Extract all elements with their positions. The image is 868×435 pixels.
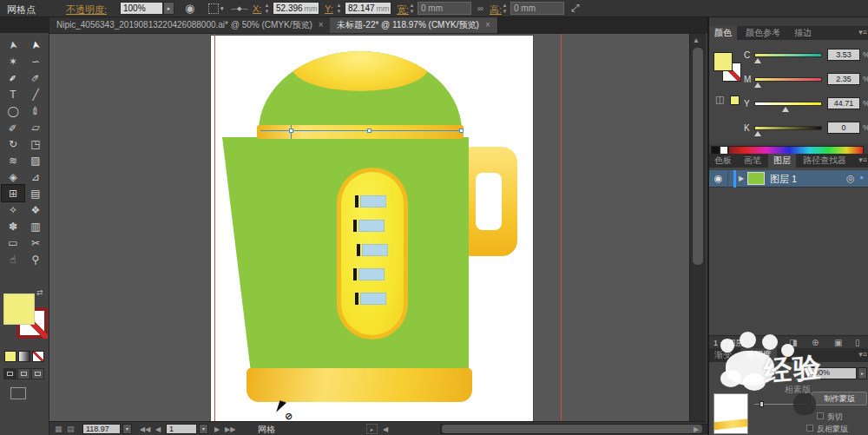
- panel-menu-icon[interactable]: ▾≡: [858, 350, 867, 359]
- new-sublayer-icon[interactable]: ⊕: [812, 338, 819, 347]
- width-field[interactable]: 0 mm: [418, 2, 471, 15]
- none-mode-button[interactable]: [32, 351, 44, 362]
- yellow-slider[interactable]: [754, 102, 822, 106]
- symbol-sprayer-tool[interactable]: ✽: [2, 218, 24, 234]
- opacity-field[interactable]: 100%: [120, 2, 163, 15]
- screen-mode-button[interactable]: [10, 387, 26, 399]
- cyan-value[interactable]: 3.53: [827, 49, 860, 61]
- magenta-slider[interactable]: [754, 77, 822, 82]
- vertical-scrollbar[interactable]: ▲: [689, 34, 706, 421]
- magic-wand-tool[interactable]: ✶: [2, 53, 24, 69]
- gauge-window[interactable]: [358, 268, 385, 280]
- status-mini-icon-1[interactable]: ▦: [55, 425, 62, 433]
- swap-fill-stroke-icon[interactable]: ⇄: [36, 288, 43, 297]
- transparency-object-thumbnail[interactable]: [713, 393, 748, 434]
- kettle-collar-band[interactable]: [257, 125, 464, 139]
- canvas-area[interactable]: ⊘ ▲: [49, 33, 706, 421]
- draw-normal-button[interactable]: [3, 368, 16, 379]
- guide-line-right[interactable]: [561, 34, 562, 421]
- artboard-dropdown[interactable]: ▾: [199, 424, 208, 434]
- fill-color-swatch[interactable]: [3, 293, 35, 325]
- yellow-value[interactable]: 44.71: [827, 97, 860, 109]
- cyan-slider-thumb[interactable]: [754, 58, 761, 63]
- clip-checkbox[interactable]: [817, 412, 824, 419]
- closest-color-swatch[interactable]: [730, 96, 740, 105]
- gauge-window[interactable]: [360, 195, 386, 208]
- transparency-slider-thumb[interactable]: [760, 401, 764, 407]
- panel-menu-icon[interactable]: ▾≡: [858, 28, 867, 36]
- link-dimensions-icon[interactable]: ∞: [477, 3, 483, 13]
- select-similar-icon[interactable]: [208, 3, 219, 14]
- pen-tool[interactable]: ✒: [2, 69, 24, 86]
- graph-tool[interactable]: ▥: [24, 218, 47, 234]
- horizontal-scrollbar-thumb[interactable]: [442, 425, 702, 433]
- tab-gradient[interactable]: 渐变: [709, 348, 737, 362]
- pencil-tool[interactable]: ✏: [2, 119, 24, 135]
- lasso-tool[interactable]: ∽: [24, 53, 47, 69]
- x-field[interactable]: 52.396mm: [273, 2, 319, 15]
- eraser-tool[interactable]: ▱: [24, 119, 47, 135]
- y-stepper[interactable]: ▲▼: [335, 3, 343, 15]
- magenta-slider-thumb[interactable]: [754, 82, 761, 88]
- select-similar-arrow[interactable]: ▾: [220, 5, 224, 12]
- artboard-first-button[interactable]: ◀◀: [140, 425, 150, 433]
- gauge-window[interactable]: [358, 220, 385, 232]
- layer-target-icon[interactable]: ◎: [846, 173, 855, 184]
- rotate-tool[interactable]: ↻: [2, 135, 24, 152]
- width-stepper[interactable]: ▲▼: [408, 3, 416, 15]
- hand-tool[interactable]: ☝: [2, 251, 24, 267]
- out-of-gamut-cube-icon[interactable]: ◫: [715, 94, 724, 105]
- status-mini-icon-2[interactable]: ▤: [67, 425, 75, 433]
- tab-pathfinder[interactable]: 路径查找器: [798, 154, 852, 168]
- draw-behind-button[interactable]: [17, 368, 30, 379]
- perspective-grid-tool[interactable]: ⊿: [24, 168, 47, 185]
- gradient-mode-button[interactable]: [18, 351, 30, 362]
- draw-inside-button[interactable]: [31, 368, 44, 379]
- eyedropper-tool[interactable]: ✧: [2, 201, 24, 218]
- document-tab-1-close-icon[interactable]: ×: [319, 20, 324, 30]
- x-stepper[interactable]: ▲▼: [263, 3, 271, 15]
- tab-swatches[interactable]: 色板: [709, 154, 737, 168]
- scale-tool[interactable]: ◳: [24, 135, 47, 152]
- tab-brushes[interactable]: 画笔: [739, 154, 766, 168]
- document-tab-1[interactable]: Nipic_4056343_20190813220426088000.ai* @…: [49, 17, 332, 33]
- tab-stroke[interactable]: 描边: [789, 26, 817, 40]
- kettle-base[interactable]: [247, 368, 472, 402]
- make-mask-button[interactable]: 制作蒙版: [812, 392, 867, 405]
- layer-selected-icon[interactable]: ▪: [860, 172, 864, 182]
- artboard-number-field[interactable]: 1: [166, 424, 197, 434]
- recolor-artwork-icon[interactable]: ◉: [185, 2, 194, 15]
- tab-transparency[interactable]: 透明度: [740, 348, 777, 362]
- scroll-right-icon[interactable]: ▶: [694, 425, 699, 433]
- locate-object-icon[interactable]: ⌕: [766, 338, 772, 348]
- type-tool[interactable]: T: [2, 86, 24, 102]
- height-label[interactable]: 高:: [490, 3, 502, 16]
- layer-name[interactable]: 图层 1: [770, 173, 797, 186]
- zoom-level-field[interactable]: 118.97: [82, 424, 121, 434]
- slice-tool[interactable]: ✂: [24, 234, 47, 251]
- y-field[interactable]: 82.147mm: [345, 2, 391, 15]
- artboard-last-button[interactable]: ▶▶: [225, 425, 235, 433]
- height-field[interactable]: 0 mm: [510, 2, 564, 15]
- black-slider[interactable]: [754, 126, 822, 130]
- transparency-opacity-dropdown[interactable]: ▸: [858, 367, 867, 379]
- document-tab-2[interactable]: 未标题-22* @ 118.97% (CMYK/预览)×: [330, 17, 498, 33]
- zoom-tool[interactable]: ⚲: [24, 251, 47, 267]
- invert-mask-checkbox[interactable]: [806, 425, 813, 432]
- tab-color-guide[interactable]: 颜色参考: [740, 26, 786, 40]
- color-mode-button[interactable]: [4, 351, 16, 362]
- zoom-dropdown[interactable]: ▾: [122, 424, 132, 434]
- tab-color[interactable]: 颜色: [709, 26, 737, 40]
- shape-tool[interactable]: ◯: [2, 102, 24, 119]
- opacity-label[interactable]: 不透明度:: [66, 3, 107, 16]
- scroll-up-icon[interactable]: ▲: [693, 36, 700, 44]
- artboard-prev-button[interactable]: ◀: [155, 425, 161, 433]
- shape-builder-tool[interactable]: ◈: [2, 168, 24, 185]
- layer-row[interactable]: ◉ ▶ 图层 1 ◎ ▪: [709, 170, 868, 188]
- width-label[interactable]: 宽:: [397, 3, 409, 16]
- panel-menu-icon[interactable]: ▾≡: [858, 155, 867, 164]
- clipping-mask-icon[interactable]: ◨: [789, 338, 797, 347]
- document-tab-2-close-icon[interactable]: ×: [485, 20, 490, 30]
- anchor-point[interactable]: [367, 129, 372, 133]
- direct-selection-tool[interactable]: ➤: [24, 36, 47, 53]
